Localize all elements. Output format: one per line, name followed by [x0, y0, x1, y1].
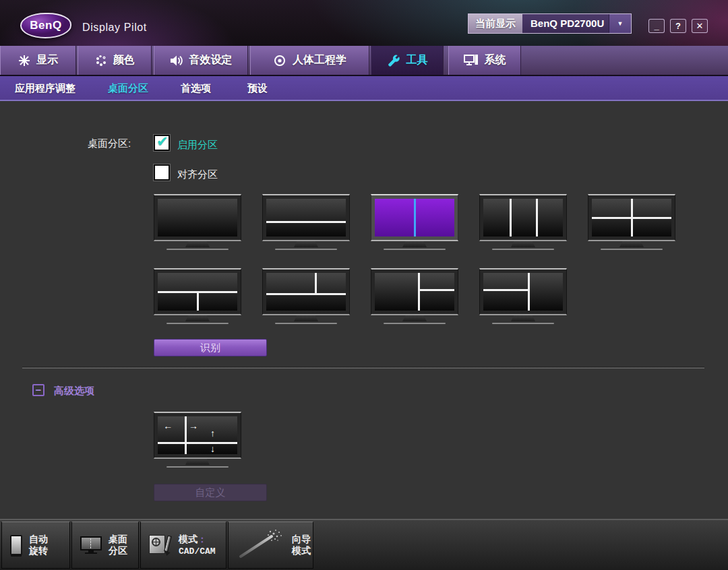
tab-label: 颜色: [113, 53, 135, 67]
enable-partition-checkbox[interactable]: [154, 135, 170, 151]
resize-arrow-up-icon: ↑: [210, 429, 215, 438]
partition-split-line: [419, 289, 454, 291]
subnav-item-preferences[interactable]: 首选项: [181, 82, 211, 95]
partition-section-label: 桌面分区:: [88, 137, 131, 150]
bottom-toolbar: 自动旋转 桌面分区 模式：CAD/CAM 向导模式: [0, 519, 728, 570]
tab-label: 显示: [36, 53, 58, 67]
tab-color[interactable]: 颜色: [78, 46, 152, 75]
monitor-base: [166, 466, 229, 468]
partition-layout-split-vertical-2[interactable]: [371, 194, 458, 250]
align-partition-label[interactable]: 对齐分区: [177, 168, 218, 181]
title-bar: BenQ Display Pilot 当前显示 BenQ PD2700U ▼ _…: [0, 0, 728, 46]
monitor-bezel: [154, 194, 241, 241]
tab-ergonomics[interactable]: 人体工程学: [250, 46, 369, 75]
section-divider: [22, 367, 704, 369]
partition-layout-split-vertical-3[interactable]: [479, 194, 567, 250]
current-display-label: 当前显示: [468, 14, 522, 33]
monitor-screen: [158, 199, 237, 236]
resize-arrow-right-icon: →: [189, 421, 198, 431]
chevron-down-icon[interactable]: ▼: [609, 14, 631, 33]
partition-layout-left-full-right-split[interactable]: [371, 268, 458, 324]
collapse-minus-icon[interactable]: −: [32, 384, 44, 396]
monitor-screen: [592, 199, 671, 236]
tab-audio[interactable]: 音效设定: [154, 46, 248, 75]
tab-label: 系统: [485, 53, 506, 67]
partition-split-line: [266, 293, 346, 295]
tab-system[interactable]: 系统: [448, 46, 521, 75]
tab-label: 工具: [406, 53, 428, 67]
monitor-base: [166, 323, 229, 324]
monitor-stand: [185, 315, 210, 321]
monitor-bezel: [479, 194, 567, 241]
wrench-icon: [387, 54, 400, 67]
tab-display[interactable]: 显示: [0, 46, 76, 75]
subnav-item-app-adjust[interactable]: 应用程序调整: [15, 82, 75, 95]
monitor-bezel: [371, 194, 458, 241]
cad-cam-mode-button[interactable]: 模式：CAD/CAM: [140, 521, 226, 569]
minimize-button[interactable]: _: [648, 19, 665, 33]
monitor-bezel: [371, 268, 458, 315]
tab-tools[interactable]: 工具: [371, 46, 444, 75]
subnav-item-desktop-partition[interactable]: 桌面分区: [108, 82, 148, 95]
monitor-base: [601, 249, 663, 250]
partition-split-line: [483, 289, 528, 291]
partition-split-line: [315, 273, 317, 294]
auto-rotate-icon: [10, 535, 22, 555]
subnav-item-presets[interactable]: 预设: [247, 82, 268, 95]
partition-split-line: [536, 199, 538, 236]
partition-layout-top-full-bottom-split[interactable]: [154, 268, 241, 324]
resize-arrow-left-icon: ←: [163, 421, 173, 431]
monitor-stand: [402, 315, 427, 321]
display-model-dropdown[interactable]: BenQ PD2700U: [522, 14, 609, 33]
monitor-screen: [266, 273, 346, 311]
monitor-screen: [158, 273, 237, 311]
current-display-selector: 当前显示 BenQ PD2700U ▼: [468, 13, 632, 34]
audio-icon: [170, 55, 183, 67]
help-button[interactable]: ?: [670, 19, 686, 33]
monitor-stand: [185, 459, 210, 465]
partition-split-line: [185, 416, 187, 454]
advanced-options-label[interactable]: 高级选项: [54, 385, 94, 398]
monitor-base: [384, 249, 446, 250]
enable-partition-label[interactable]: 启用分区: [177, 139, 218, 152]
color-icon: [95, 55, 107, 67]
identify-button[interactable]: 识别: [154, 339, 267, 356]
monitor-stand: [294, 241, 318, 247]
wizard-mode-button[interactable]: 向导模式: [228, 521, 313, 569]
monitor-stand: [511, 315, 535, 321]
monitor-base: [275, 249, 337, 250]
desktop-partition-button[interactable]: 桌面分区: [71, 521, 139, 569]
ergonomics-eye-icon: [273, 55, 286, 67]
monitor-screen: [266, 199, 346, 236]
monitor-screen: [375, 273, 454, 311]
monitor-base: [166, 249, 229, 250]
monitor-bezel: [588, 194, 675, 241]
align-partition-checkbox[interactable]: [154, 164, 170, 181]
monitor-screen: [483, 273, 563, 311]
monitor-bezel: [262, 268, 350, 315]
partition-split-line: [592, 217, 671, 219]
auto-rotate-button[interactable]: 自动旋转: [1, 521, 70, 569]
partition-layout-quad[interactable]: [588, 194, 675, 250]
partition-layout-top-split-bottom-full[interactable]: [262, 268, 350, 324]
monitor-stand: [402, 241, 427, 247]
partition-layout-right-full-left-split[interactable]: [479, 268, 567, 324]
partition-layout-split-horizontal-2[interactable]: [262, 194, 350, 250]
main-nav: 显示 颜色 音效设定 人体工程学 工具: [0, 46, 728, 76]
monitor-stand: [511, 241, 535, 247]
app-title: Display Pilot: [82, 22, 147, 34]
monitor-stand: [185, 241, 210, 247]
display-icon: [18, 55, 30, 67]
custom-partition-preview: ← → ↑ ↓: [154, 412, 241, 468]
partition-layout-single[interactable]: [154, 194, 241, 250]
partition-layout-row-2: [154, 268, 567, 324]
colon-accent: ：: [198, 534, 207, 544]
close-button[interactable]: ✕: [692, 19, 708, 33]
tab-label: 人体工程学: [293, 53, 346, 67]
desktop-partition-icon: [80, 536, 102, 555]
resize-arrow-down-icon: ↓: [210, 444, 215, 453]
monitor-base: [492, 323, 554, 324]
wizard-wand-icon: [237, 528, 285, 562]
tab-label: 音效设定: [189, 53, 233, 67]
benq-logo: BenQ: [20, 13, 71, 38]
